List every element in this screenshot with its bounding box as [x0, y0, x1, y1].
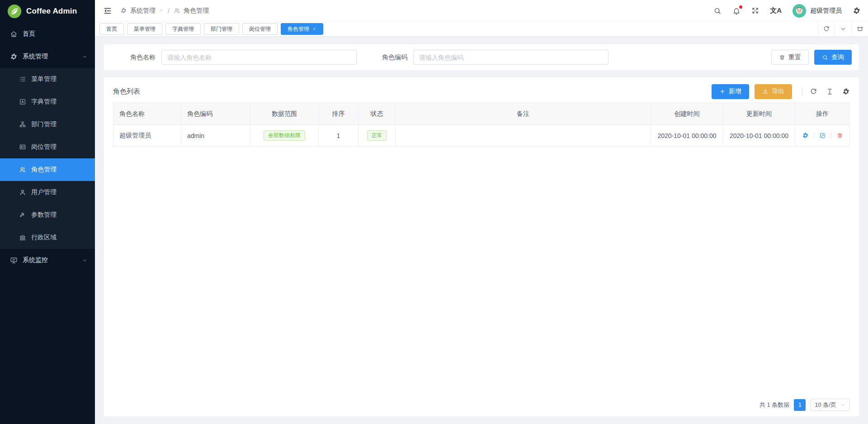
reset-label: 重置 [788, 53, 801, 62]
cell-role-code: admin [181, 125, 250, 147]
translate-icon[interactable]: 文A [770, 6, 782, 15]
user-icon [19, 189, 26, 196]
sidebar-item-user-mgmt[interactable]: 用户管理 [0, 181, 95, 204]
breadcrumb-separator: / [168, 7, 170, 14]
filter-actions: 重置 查询 [771, 50, 852, 65]
role-name-label: 角色名称 [130, 53, 156, 62]
tabs-dropdown-icon[interactable] [835, 22, 851, 36]
row-height-icon[interactable] [826, 88, 834, 95]
settings-gear-icon[interactable] [853, 7, 861, 15]
trash-icon [779, 54, 785, 61]
sidebar-item-label: 系统监控 [23, 256, 48, 264]
col-remark: 备注 [396, 103, 651, 125]
cell-sort: 1 [319, 125, 359, 147]
col-status: 状态 [359, 103, 396, 125]
page-number-button[interactable]: 1 [794, 399, 806, 411]
sidebar-item-dict-mgmt[interactable]: 字典管理 [0, 91, 95, 113]
username: 超级管理员 [810, 7, 842, 15]
monitor-icon [10, 257, 18, 264]
dictionary-icon [19, 98, 26, 105]
table-tools [802, 87, 850, 96]
pagination-total: 共 1 条数据 [760, 401, 789, 409]
sidebar-item-system[interactable]: 系统管理 [0, 45, 95, 68]
home-icon [10, 30, 18, 38]
page-size-select[interactable]: 10 条/页 [810, 399, 850, 411]
search-icon [822, 54, 828, 61]
sidebar-item-post-mgmt[interactable]: 岗位管理 [0, 136, 95, 158]
fullscreen-icon[interactable] [751, 7, 759, 14]
chevron-up-icon [82, 54, 88, 60]
column-settings-gear-icon[interactable] [842, 88, 850, 95]
content-fullscreen-icon[interactable] [851, 22, 868, 36]
org-tree-icon [19, 121, 26, 128]
role-people-icon [174, 7, 180, 14]
notification-badge-dot [739, 5, 742, 9]
cell-create-time: 2020-10-01 00:00:00 [651, 125, 723, 147]
tabbar-actions [818, 22, 868, 36]
tab-dict-mgmt[interactable]: 字典管理 [165, 23, 201, 35]
role-code-label: 角色编码 [382, 53, 407, 62]
sidebar-item-label: 字典管理 [31, 98, 57, 106]
card-title: 角色列表 [113, 87, 140, 96]
notification-bell-icon[interactable] [732, 7, 741, 15]
tabs-wrap: 首页 菜单管理 字典管理 部门管理 岗位管理 角色管理 [95, 22, 818, 36]
sidebar-item-label: 首页 [23, 30, 35, 38]
data-scope-tag: 全部数据权限 [264, 130, 305, 140]
tab-menu-mgmt[interactable]: 菜单管理 [127, 23, 162, 35]
card-toolbar: 新增 导出 [712, 84, 850, 99]
sidebar-item-param-mgmt[interactable]: 参数管理 [0, 204, 95, 226]
gear-icon [120, 7, 127, 14]
sidebar-item-role-mgmt[interactable]: 角色管理 [0, 158, 95, 181]
chevron-down-icon [840, 402, 845, 408]
spring-leaf-logo-icon [7, 4, 22, 19]
search-icon[interactable] [713, 7, 722, 15]
role-name-input[interactable] [161, 50, 357, 65]
role-code-input[interactable] [413, 50, 609, 65]
breadcrumb-root[interactable]: 系统管理 [130, 7, 156, 15]
menu-fold-icon[interactable] [103, 6, 112, 15]
permission-gear-icon[interactable] [802, 132, 809, 139]
sidebar-item-region[interactable]: 行政区域 [0, 226, 95, 249]
avatar [793, 4, 806, 18]
bank-icon [19, 234, 26, 241]
sidebar-item-label: 参数管理 [31, 211, 57, 219]
tab-label: 字典管理 [172, 25, 194, 33]
refresh-table-icon[interactable] [810, 88, 817, 95]
top-header: 系统管理 / 角色管理 文A 超级管理员 [95, 0, 868, 22]
tab-home[interactable]: 首页 [99, 23, 124, 35]
wrench-icon [19, 211, 26, 219]
app-logo[interactable]: Coffee Admin [0, 0, 95, 23]
status-badge: 正常 [367, 130, 387, 140]
sidebar-item-home[interactable]: 首页 [0, 23, 95, 45]
sidebar-menu: 首页 系统管理 菜单管理 字典管理 部门管理 岗位管理 [0, 23, 95, 424]
plus-icon [719, 88, 726, 95]
reset-button[interactable]: 重置 [771, 50, 809, 65]
export-button[interactable]: 导出 [755, 84, 792, 99]
sidebar-item-monitor[interactable]: 系统监控 [0, 249, 95, 272]
sidebar-submenu-system: 菜单管理 字典管理 部门管理 岗位管理 角色管理 用户管理 [0, 68, 95, 249]
refresh-tab-icon[interactable] [818, 22, 835, 36]
sidebar-item-label: 角色管理 [31, 166, 57, 174]
sidebar-item-menu-mgmt[interactable]: 菜单管理 [0, 68, 95, 91]
col-data-scope: 数据范围 [250, 103, 319, 125]
list-icon [19, 76, 26, 83]
sidebar-item-dept-mgmt[interactable]: 部门管理 [0, 113, 95, 136]
tab-close-icon[interactable] [312, 27, 316, 31]
delete-trash-icon[interactable] [836, 132, 843, 139]
app-title: Coffee Admin [26, 7, 77, 16]
divider [831, 133, 831, 138]
add-button[interactable]: 新增 [712, 84, 749, 99]
main-area: 系统管理 / 角色管理 文A 超级管理员 首页 菜单管理 字典管理 [95, 0, 868, 424]
divider [814, 133, 814, 138]
search-button[interactable]: 查询 [814, 50, 852, 65]
tab-post-mgmt[interactable]: 岗位管理 [242, 23, 278, 35]
tab-role-mgmt[interactable]: 角色管理 [281, 23, 323, 35]
cell-remark [396, 125, 651, 147]
tab-label: 菜单管理 [134, 25, 156, 33]
role-table: 角色名称 角色编码 数据范围 排序 状态 备注 创建时间 更新时间 操作 超级管… [113, 103, 850, 147]
edit-icon[interactable] [819, 132, 826, 139]
role-code-field: 角色编码 [382, 50, 609, 65]
tab-dept-mgmt[interactable]: 部门管理 [204, 23, 239, 35]
user-menu[interactable]: 超级管理员 [793, 4, 842, 18]
page-size-value: 10 条/页 [815, 401, 836, 409]
